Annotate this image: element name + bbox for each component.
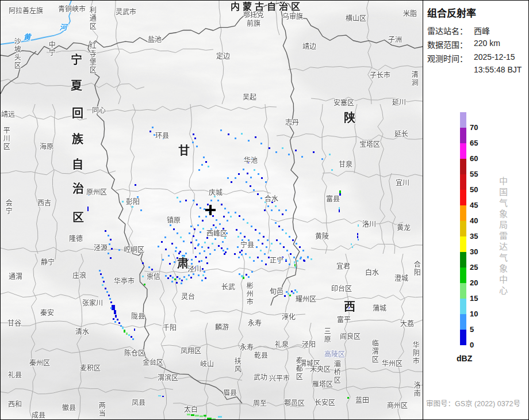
place-label: 渭滨区 bbox=[158, 375, 178, 382]
radar-echo-dot bbox=[204, 271, 205, 273]
radar-echo-dot bbox=[234, 253, 236, 255]
radar-echo-dot bbox=[170, 224, 171, 226]
obstime-field: 观测时间： 2025-12-15 bbox=[427, 52, 467, 64]
radar-echo-dot bbox=[255, 136, 256, 138]
place-label: 西和 bbox=[8, 401, 22, 408]
radar-echo-dot bbox=[239, 251, 241, 253]
radar-echo-dot bbox=[187, 414, 190, 415]
province-label: 夏 bbox=[71, 80, 82, 92]
product-title: 组合反射率 bbox=[427, 5, 476, 20]
place-label: 宝塔区 bbox=[359, 141, 380, 148]
radar-echo-dot bbox=[264, 209, 266, 211]
radar-echo-dot bbox=[216, 219, 217, 221]
radar-echo-dot bbox=[220, 129, 222, 131]
place-label: 甘泉 bbox=[339, 161, 352, 169]
range-field: 数据范围： 220 km bbox=[427, 39, 467, 50]
radar-map: 阿拉善左旗青铜峡市利通区灵武市鄂托克前旗乌审旗横山区米脂盐池定边靖边子洲清涧子长… bbox=[1, 1, 423, 419]
radar-echo-dot bbox=[237, 246, 239, 248]
radar-echo-dot bbox=[227, 248, 228, 250]
river-label: 河 bbox=[59, 24, 67, 32]
radar-echo-dot bbox=[151, 269, 153, 270]
radar-echo-dot bbox=[100, 273, 102, 275]
place-label: 周至 bbox=[253, 400, 267, 407]
place-label: 印台区 bbox=[331, 285, 352, 293]
legend-tick-label: 70 bbox=[470, 123, 478, 132]
radar-echo-dot bbox=[269, 147, 270, 149]
river-label: 黄 bbox=[23, 33, 30, 41]
place-label: 盐池 bbox=[148, 36, 162, 44]
province-label: 肃 bbox=[177, 258, 189, 270]
legend-color-segment bbox=[460, 252, 466, 268]
radar-echo-dot bbox=[179, 278, 181, 280]
radar-product-window: 阿拉善左旗青铜峡市利通区灵武市鄂托克前旗乌审旗横山区米脂盐池定边靖边子洲清涧子长… bbox=[0, 0, 529, 420]
place-label: 泾源 bbox=[94, 245, 108, 252]
radar-echo-dot bbox=[276, 239, 278, 241]
radar-echo-dot bbox=[261, 260, 263, 262]
radar-echo-dot bbox=[205, 257, 207, 258]
radar-echo-dot bbox=[227, 177, 229, 179]
radar-echo-dot bbox=[167, 277, 169, 279]
radar-echo-dot bbox=[260, 197, 262, 199]
radar-echo-dot bbox=[256, 246, 258, 248]
province-label: 陕 bbox=[344, 112, 355, 124]
radar-echo-dot bbox=[224, 253, 225, 255]
radar-echo-dot bbox=[217, 200, 219, 201]
place-label: 富平 bbox=[337, 316, 351, 324]
radar-echo-dot bbox=[173, 228, 175, 230]
radar-echo-dot bbox=[214, 238, 216, 240]
place-label: 横山区 bbox=[346, 15, 366, 22]
radar-echo-dot bbox=[114, 310, 116, 314]
place-label: 陇县 bbox=[131, 313, 145, 320]
radar-echo-dot bbox=[263, 236, 264, 238]
radar-echo-dot bbox=[262, 243, 263, 245]
radar-echo-dot bbox=[301, 156, 303, 158]
radar-echo-dot bbox=[231, 181, 232, 183]
place-label: 徽县 bbox=[62, 404, 76, 412]
place-label: 白水 bbox=[365, 269, 379, 277]
radar-echo-dot bbox=[240, 232, 241, 234]
place-label: 灞桥区 bbox=[333, 360, 340, 384]
radar-echo-dot bbox=[126, 333, 128, 335]
place-label: 麦积区 bbox=[80, 365, 101, 372]
radar-echo-dot bbox=[293, 257, 295, 258]
radar-echo-dot bbox=[102, 284, 103, 286]
radar-echo-dot bbox=[265, 264, 267, 265]
radar-echo-dot bbox=[193, 133, 194, 135]
station-value: 西峰 bbox=[474, 25, 490, 36]
radar-echo-dot bbox=[221, 247, 223, 249]
radar-echo-dot bbox=[295, 150, 297, 151]
radar-echo-dot bbox=[108, 253, 109, 254]
legend-tick-label: 45 bbox=[470, 201, 478, 209]
radar-echo-dot bbox=[275, 151, 277, 153]
legend-color-segment bbox=[460, 190, 466, 205]
radar-echo-dot bbox=[128, 334, 130, 336]
radar-echo-dot bbox=[110, 307, 112, 309]
radar-echo-dot bbox=[212, 418, 216, 419]
place-label: 泾川 bbox=[187, 266, 201, 273]
radar-echo-dot bbox=[198, 216, 200, 217]
radar-echo-dot bbox=[150, 131, 151, 132]
radar-echo-dot bbox=[183, 240, 185, 242]
legend-tick-label: 10 bbox=[470, 310, 478, 318]
radar-echo-dot bbox=[109, 298, 111, 300]
place-label: 富县 bbox=[326, 196, 340, 203]
radar-echo-dot bbox=[253, 189, 255, 191]
place-label: 安塞区 bbox=[334, 100, 354, 107]
radar-echo-dot bbox=[241, 254, 243, 255]
radar-echo-dot bbox=[202, 220, 204, 222]
place-label: 耀州区 bbox=[296, 296, 316, 303]
radar-echo-dot bbox=[266, 246, 267, 248]
radar-echo-dot bbox=[186, 278, 187, 280]
place-label: 乌审旗 bbox=[282, 13, 303, 21]
radar-echo-dot bbox=[165, 249, 167, 250]
radar-echo-dot bbox=[228, 133, 229, 135]
place-label: 兴平市 bbox=[269, 375, 290, 383]
place-label: 永寿 bbox=[248, 320, 262, 327]
place-label: 原州区 bbox=[86, 189, 107, 196]
province-label: 区 bbox=[72, 212, 84, 224]
radar-echo-dot bbox=[215, 227, 217, 228]
radar-echo-dot bbox=[210, 200, 212, 201]
place-label: 阿拉善左旗 bbox=[9, 7, 43, 15]
province-label: 内蒙古自治区 bbox=[231, 2, 303, 12]
place-label: 前旗 bbox=[247, 20, 260, 28]
